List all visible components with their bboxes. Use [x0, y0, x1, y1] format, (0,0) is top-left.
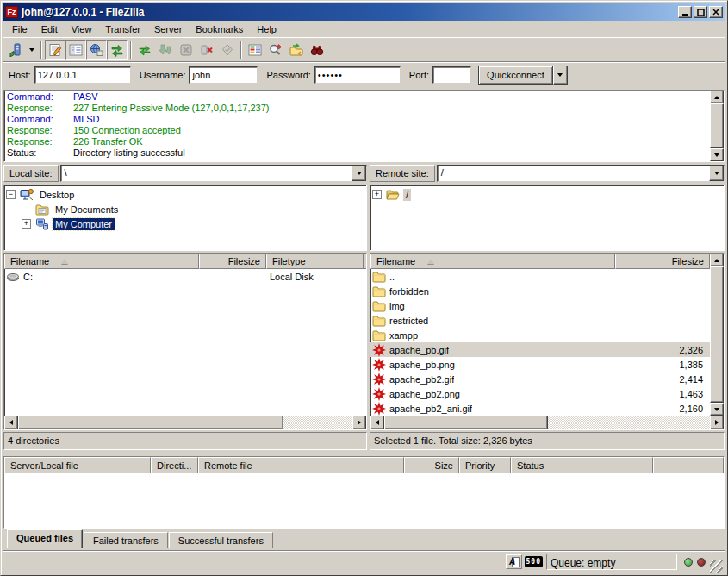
scroll-right-button[interactable]: [352, 416, 366, 429]
scroll-thumb[interactable]: [710, 266, 724, 403]
maximize-button[interactable]: [694, 6, 707, 18]
column-header-priority[interactable]: Priority: [459, 457, 511, 473]
username-input[interactable]: [189, 66, 258, 84]
scroll-up-button[interactable]: [710, 254, 724, 266]
toggle-transfer-queue-button[interactable]: [107, 40, 128, 60]
remote-file-row[interactable]: img: [370, 298, 710, 313]
column-header-filename[interactable]: Filename: [4, 254, 199, 269]
reconnect-button[interactable]: [217, 40, 238, 60]
column-header-filesize[interactable]: Filesize: [615, 254, 710, 269]
refresh-button[interactable]: [134, 40, 155, 60]
column-header-filesize[interactable]: Filesize: [199, 254, 266, 269]
remote-list-rows[interactable]: .. forbidden img: [370, 269, 710, 416]
scroll-left-button[interactable]: [4, 416, 18, 429]
remote-horizontal-scrollbar[interactable]: [370, 416, 724, 429]
remote-site-combo[interactable]: /: [437, 165, 725, 182]
tab-queued-files[interactable]: Queued files: [7, 529, 83, 548]
tree-item-label[interactable]: My Documents: [53, 203, 121, 216]
local-site-combo[interactable]: \: [60, 165, 367, 182]
expand-icon[interactable]: [22, 219, 31, 229]
remote-file-row[interactable]: xampp: [370, 328, 710, 342]
message-log[interactable]: Command: PASV Response: 227 Entering Pas…: [3, 90, 725, 162]
scroll-thumb[interactable]: [18, 416, 283, 429]
remote-site-dropdown-button[interactable]: [709, 166, 724, 181]
tree-item-root[interactable]: /: [372, 187, 724, 202]
quickconnect-dropdown-button[interactable]: [553, 66, 568, 85]
scroll-thumb[interactable]: [384, 416, 548, 429]
menu-edit[interactable]: Edit: [34, 22, 65, 36]
scroll-thumb[interactable]: [710, 103, 724, 148]
column-header-lastmodified[interactable]: L: [364, 254, 366, 269]
local-horizontal-scrollbar[interactable]: [4, 416, 366, 429]
local-site-dropdown-button[interactable]: [352, 166, 366, 181]
tree-item-my-documents[interactable]: My Documents: [6, 202, 366, 216]
menu-server[interactable]: Server: [147, 22, 189, 36]
queue-list-area[interactable]: [4, 473, 724, 528]
collapse-icon[interactable]: [6, 190, 16, 199]
disconnect-button[interactable]: [196, 40, 217, 60]
remote-file-row[interactable]: apache_pb2.png 1,463: [370, 386, 710, 401]
process-queue-button[interactable]: [155, 40, 176, 60]
remote-file-row-selected[interactable]: apache_pb.gif 2,326: [370, 342, 710, 357]
log-scrollbar[interactable]: [710, 91, 724, 161]
local-list-rows[interactable]: C: Local Disk: [4, 269, 366, 416]
tree-item-desktop[interactable]: Desktop: [6, 187, 366, 202]
scroll-right-button[interactable]: [710, 416, 724, 429]
filename-filters-button[interactable]: [265, 40, 286, 60]
remote-vertical-scrollbar[interactable]: [710, 254, 724, 416]
remote-file-row[interactable]: apache_pb.png 1,385: [370, 357, 710, 372]
port-input[interactable]: [432, 66, 471, 84]
tree-item-label-selected[interactable]: My Computer: [53, 218, 115, 230]
site-manager-dropdown-button[interactable]: [26, 40, 38, 60]
remote-site-value[interactable]: /: [438, 166, 709, 181]
tab-failed-transfers[interactable]: Failed transfers: [84, 532, 168, 548]
column-header-remote-file[interactable]: Remote file: [198, 457, 404, 473]
toggle-local-tree-button[interactable]: [65, 40, 86, 60]
remote-directory-tree[interactable]: /: [370, 185, 725, 251]
synchronized-browsing-button[interactable]: [286, 40, 307, 60]
column-header-filename[interactable]: Filename: [370, 254, 615, 269]
remote-file-row[interactable]: apache_pb2_ani.gif 2,160: [370, 401, 710, 416]
tree-item-label[interactable]: Desktop: [37, 189, 77, 201]
close-button[interactable]: [709, 6, 723, 18]
remote-file-row[interactable]: restricted: [370, 313, 710, 328]
tree-item-my-computer[interactable]: My Computer: [6, 216, 366, 231]
minimize-button[interactable]: [678, 6, 692, 18]
local-directory-tree[interactable]: Desktop My Documents My Comput: [3, 185, 367, 251]
title-bar[interactable]: john@127.0.0.1 - FileZilla: [3, 3, 725, 21]
menu-help[interactable]: Help: [250, 22, 283, 36]
expand-icon[interactable]: [372, 190, 382, 199]
resize-grip[interactable]: [710, 560, 723, 573]
scroll-left-button[interactable]: [370, 416, 384, 429]
directory-comparison-button[interactable]: [245, 40, 265, 60]
menu-view[interactable]: View: [65, 22, 99, 36]
scroll-down-button[interactable]: [710, 148, 724, 161]
speed-limit-indicator[interactable]: 500: [525, 556, 543, 567]
column-header-status[interactable]: Status: [511, 457, 653, 473]
quickconnect-button[interactable]: Quickconnect: [478, 66, 553, 85]
menu-bookmarks[interactable]: Bookmarks: [189, 22, 250, 36]
password-input[interactable]: [314, 66, 401, 84]
scroll-down-button[interactable]: [710, 403, 724, 416]
local-file-row[interactable]: C: Local Disk: [4, 269, 366, 284]
menu-file[interactable]: File: [5, 22, 34, 36]
column-header-filetype[interactable]: Filetype: [266, 254, 364, 269]
remote-file-row[interactable]: ..: [370, 269, 710, 284]
toggle-remote-tree-button[interactable]: [86, 40, 107, 60]
column-header-server-local-file[interactable]: Server/Local file: [4, 457, 151, 473]
scroll-up-button[interactable]: [710, 91, 724, 103]
cancel-operation-button[interactable]: [176, 40, 196, 60]
remote-file-row[interactable]: forbidden: [370, 284, 710, 298]
tab-successful-transfers[interactable]: Successful transfers: [169, 532, 273, 548]
scroll-track[interactable]: [710, 103, 724, 148]
data-type-indicator[interactable]: A: [506, 554, 522, 569]
column-header-direction[interactable]: Directi...: [151, 457, 198, 473]
site-manager-button[interactable]: [5, 40, 26, 60]
local-site-value[interactable]: \: [61, 166, 352, 181]
host-input[interactable]: [34, 66, 131, 84]
find-files-button[interactable]: [307, 40, 327, 60]
toggle-message-log-button[interactable]: [45, 40, 65, 60]
menu-transfer[interactable]: Transfer: [98, 22, 147, 36]
remote-file-row[interactable]: apache_pb2.gif 2,414: [370, 372, 710, 386]
tree-item-label-selected[interactable]: /: [403, 189, 411, 201]
